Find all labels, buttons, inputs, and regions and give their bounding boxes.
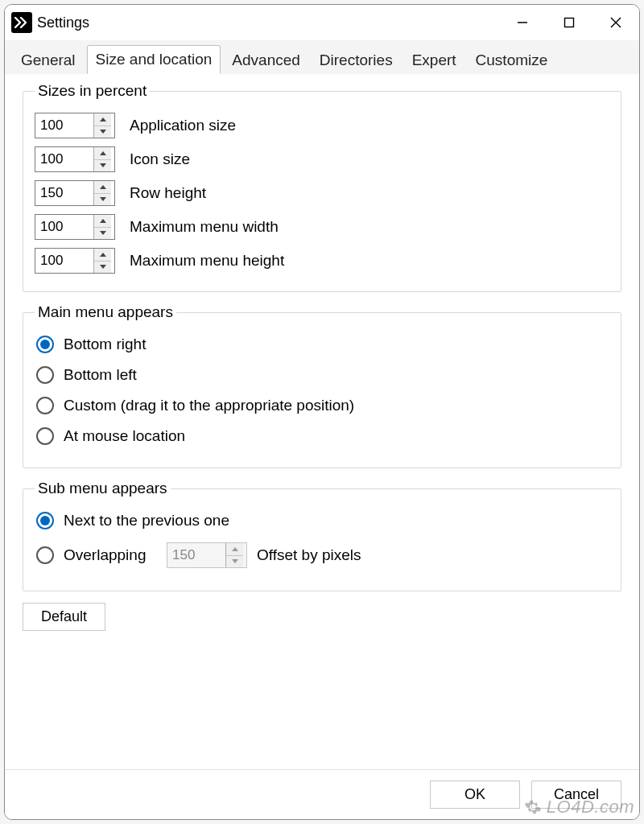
spinner-up-icon[interactable] [94, 147, 111, 160]
titlebar: Settings [5, 5, 639, 40]
max-menu-width-label: Maximum menu width [130, 218, 279, 236]
tab-customize[interactable]: Customize [468, 47, 556, 74]
radio-label-bottom-left: Bottom left [64, 366, 137, 384]
radio-overlapping[interactable] [36, 546, 54, 564]
radio-label-at-mouse: At mouse location [64, 427, 185, 445]
radio-row-at-mouse[interactable]: At mouse location [35, 427, 609, 445]
row-height-label: Row height [130, 184, 206, 202]
tab-size-and-location[interactable]: Size and location [87, 45, 221, 74]
radio-next-to-previous[interactable] [36, 512, 54, 529]
max-menu-width-spinner[interactable] [35, 214, 115, 240]
svg-marker-8 [100, 185, 106, 189]
max-menu-height-label: Maximum menu height [130, 252, 284, 270]
cancel-button[interactable]: Cancel [531, 781, 621, 809]
minimize-button[interactable] [499, 5, 546, 40]
spinner-down-icon[interactable] [94, 160, 111, 172]
svg-marker-11 [100, 231, 106, 235]
icon-size-label: Icon size [130, 150, 190, 168]
svg-marker-4 [100, 117, 106, 122]
spinner-down-icon[interactable] [94, 262, 111, 274]
svg-marker-13 [100, 265, 106, 269]
spinner-up-icon[interactable] [94, 249, 111, 262]
radio-label-next-to: Next to the previous one [64, 512, 229, 529]
radio-row-bottom-left[interactable]: Bottom left [35, 366, 609, 384]
radio-label-bottom-right: Bottom right [64, 336, 146, 353]
tab-general[interactable]: General [13, 47, 84, 74]
application-size-spinner[interactable] [35, 113, 115, 138]
offset-pixels-spinner[interactable] [167, 542, 247, 568]
row-height-spinner[interactable] [35, 180, 115, 206]
row-max-menu-height: Maximum menu height [35, 248, 609, 274]
group-sub-menu-appears: Sub menu appears Next to the previous on… [23, 480, 621, 591]
dialog-footer: OK Cancel [5, 769, 639, 819]
spinner-down-icon[interactable] [226, 556, 243, 568]
tab-directories[interactable]: Directories [312, 47, 401, 74]
tabbar: General Size and location Advanced Direc… [5, 40, 639, 74]
radio-label-overlapping: Overlapping [64, 546, 157, 564]
row-height-input[interactable] [35, 181, 93, 205]
radio-label-custom: Custom (drag it to the appropriate posit… [64, 397, 354, 414]
radio-row-overlapping[interactable]: Overlapping Offset by pixels [35, 542, 609, 568]
spinner-down-icon[interactable] [94, 126, 111, 138]
application-size-label: Application size [130, 117, 236, 134]
spinner-up-icon[interactable] [94, 215, 111, 228]
svg-marker-6 [100, 151, 106, 155]
group-legend-sub-menu: Sub menu appears [35, 480, 171, 497]
svg-marker-7 [100, 163, 106, 167]
max-menu-height-spinner[interactable] [35, 248, 115, 274]
radio-bottom-right[interactable] [36, 336, 54, 353]
svg-marker-10 [100, 219, 106, 223]
icon-size-spinner[interactable] [35, 146, 115, 172]
max-menu-height-input[interactable] [35, 249, 93, 273]
group-main-menu-appears: Main menu appears Bottom right Bottom le… [23, 303, 621, 468]
tab-expert[interactable]: Expert [404, 47, 464, 74]
row-icon-size: Icon size [35, 146, 609, 172]
svg-marker-14 [232, 547, 238, 551]
radio-custom[interactable] [36, 397, 54, 414]
offset-pixels-label: Offset by pixels [257, 546, 361, 564]
group-sizes-in-percent: Sizes in percent Application size [23, 82, 621, 292]
close-button[interactable] [592, 5, 639, 40]
icon-size-input[interactable] [35, 147, 93, 171]
row-row-height: Row height [35, 180, 609, 206]
svg-rect-1 [565, 19, 574, 27]
max-menu-width-input[interactable] [35, 215, 93, 239]
app-icon [11, 12, 32, 33]
offset-pixels-input[interactable] [167, 543, 225, 567]
spinner-up-icon[interactable] [94, 113, 111, 126]
radio-at-mouse[interactable] [36, 427, 54, 445]
group-legend-main-menu: Main menu appears [35, 303, 176, 321]
spinner-up-icon[interactable] [226, 543, 243, 556]
row-max-menu-width: Maximum menu width [35, 214, 609, 240]
spinner-up-icon[interactable] [94, 181, 111, 194]
radio-row-next-to[interactable]: Next to the previous one [35, 512, 609, 529]
row-application-size: Application size [35, 113, 609, 138]
tab-advanced[interactable]: Advanced [224, 47, 308, 74]
radio-row-custom[interactable]: Custom (drag it to the appropriate posit… [35, 397, 609, 414]
tab-content: Sizes in percent Application size [5, 74, 639, 769]
svg-marker-9 [100, 197, 106, 201]
svg-marker-12 [100, 253, 106, 257]
group-legend-sizes: Sizes in percent [35, 82, 150, 100]
window-title: Settings [37, 14, 89, 31]
spinner-down-icon[interactable] [94, 194, 111, 206]
application-size-input[interactable] [35, 113, 93, 138]
radio-bottom-left[interactable] [36, 366, 54, 384]
svg-marker-5 [100, 130, 106, 134]
radio-row-bottom-right[interactable]: Bottom right [35, 336, 609, 353]
spinner-down-icon[interactable] [94, 228, 111, 240]
ok-button[interactable]: OK [430, 781, 520, 809]
svg-marker-15 [232, 559, 238, 563]
maximize-button[interactable] [546, 5, 592, 40]
default-button[interactable]: Default [23, 603, 105, 631]
settings-window: Settings General Size and location Advan… [4, 4, 640, 820]
